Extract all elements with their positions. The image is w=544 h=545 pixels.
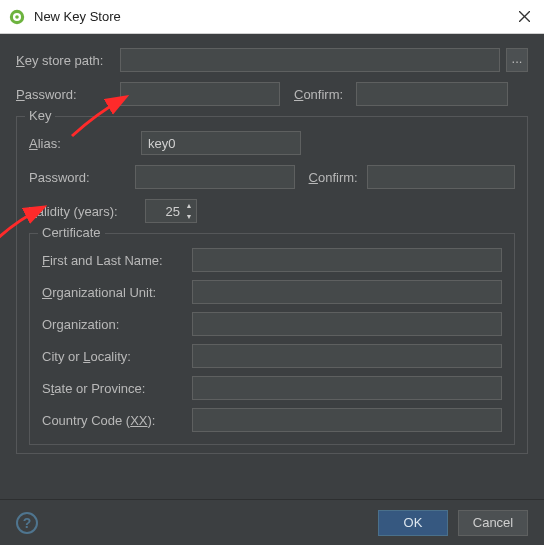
state-label: State or Province: xyxy=(42,381,192,396)
store-password-row: Password: Confirm: xyxy=(16,82,528,106)
key-confirm-input[interactable] xyxy=(367,165,515,189)
ellipsis-icon: ... xyxy=(512,52,523,65)
country-label: Country Code (XX): xyxy=(42,413,192,428)
organization-row: Organization: xyxy=(42,312,502,336)
alias-input[interactable] xyxy=(141,131,301,155)
stepper-down-icon[interactable]: ▼ xyxy=(182,211,196,222)
keystore-path-row: Key store path: ... xyxy=(16,48,528,72)
keystore-path-input[interactable] xyxy=(120,48,500,72)
store-password-label: Password: xyxy=(16,87,120,102)
store-password-input[interactable] xyxy=(120,82,280,106)
key-group-legend: Key xyxy=(25,108,55,123)
cancel-button[interactable]: Cancel xyxy=(458,510,528,536)
browse-button[interactable]: ... xyxy=(506,48,528,72)
certificate-group: Certificate First and Last Name: Organiz… xyxy=(29,233,515,445)
validity-stepper[interactable]: 25 ▲ ▼ xyxy=(145,199,197,223)
state-row: State or Province: xyxy=(42,376,502,400)
organization-input[interactable] xyxy=(192,312,502,336)
validity-row: Validity (years): 25 ▲ ▼ xyxy=(29,199,515,223)
validity-value: 25 xyxy=(146,204,182,219)
first-last-input[interactable] xyxy=(192,248,502,272)
dialog-body: Key store path: ... Password: Confirm: K… xyxy=(0,34,544,499)
store-confirm-label: Confirm: xyxy=(294,87,356,102)
bottom-bar: ? OK Cancel xyxy=(0,499,544,545)
key-password-input[interactable] xyxy=(135,165,295,189)
store-confirm-input[interactable] xyxy=(356,82,508,106)
city-input[interactable] xyxy=(192,344,502,368)
key-confirm-label: Confirm: xyxy=(309,170,367,185)
country-row: Country Code (XX): xyxy=(42,408,502,432)
titlebar: New Key Store xyxy=(0,0,544,34)
state-input[interactable] xyxy=(192,376,502,400)
org-unit-row: Organizational Unit: xyxy=(42,280,502,304)
stepper-up-icon[interactable]: ▲ xyxy=(182,200,196,211)
organization-label: Organization: xyxy=(42,317,192,332)
validity-label: Validity (years): xyxy=(29,204,141,219)
first-last-row: First and Last Name: xyxy=(42,248,502,272)
svg-point-2 xyxy=(15,15,19,19)
window-title: New Key Store xyxy=(34,9,510,24)
key-group: Key Alias: Password: Confirm: Validity (… xyxy=(16,116,528,454)
alias-row: Alias: xyxy=(29,131,515,155)
org-unit-input[interactable] xyxy=(192,280,502,304)
alias-label: Alias: xyxy=(29,136,141,151)
ok-button[interactable]: OK xyxy=(378,510,448,536)
city-label: City or Locality: xyxy=(42,349,192,364)
keystore-path-label: Key store path: xyxy=(16,53,120,68)
country-input[interactable] xyxy=(192,408,502,432)
key-password-label: Password: xyxy=(29,170,135,185)
certificate-group-legend: Certificate xyxy=(38,225,105,240)
org-unit-label: Organizational Unit: xyxy=(42,285,192,300)
key-password-row: Password: Confirm: xyxy=(29,165,515,189)
close-icon[interactable] xyxy=(510,3,538,31)
city-row: City or Locality: xyxy=(42,344,502,368)
ok-label: OK xyxy=(404,515,423,530)
stepper-arrows: ▲ ▼ xyxy=(182,200,196,222)
app-icon xyxy=(8,8,26,26)
cancel-label: Cancel xyxy=(473,515,513,530)
first-last-label: First and Last Name: xyxy=(42,253,192,268)
help-icon[interactable]: ? xyxy=(16,512,38,534)
